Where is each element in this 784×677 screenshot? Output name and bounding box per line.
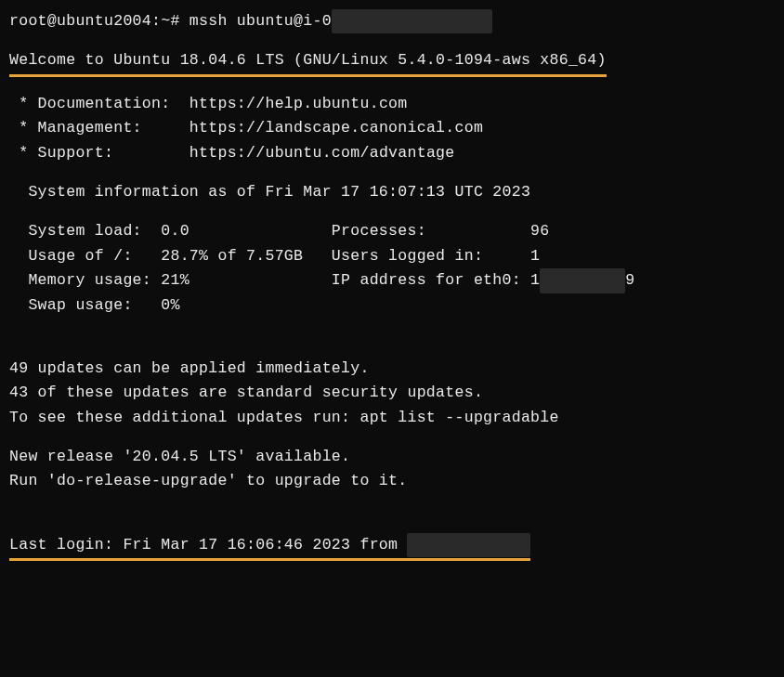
release-line-1: New release '20.04.5 LTS' available. xyxy=(9,445,775,469)
support-url: https://ubuntu.com/advantage xyxy=(189,144,455,162)
release-line-2: Run 'do-release-upgrade' to upgrade to i… xyxy=(9,469,775,493)
welcome-line: Welcome to Ubuntu 18.04.6 LTS (GNU/Linux… xyxy=(9,48,775,76)
support-link-line: * Support: https://ubuntu.com/advantage xyxy=(9,141,775,165)
command-text: mssh ubuntu@i-0 xyxy=(189,12,332,30)
mgmt-url: https://landscape.canonical.com xyxy=(189,119,483,137)
updates-line-2: 43 of these updates are standard securit… xyxy=(9,381,775,405)
sysinfo-row-4: Swap usage: 0% xyxy=(9,293,775,318)
instance-id-redacted xyxy=(332,9,492,33)
welcome-text: Welcome to Ubuntu 18.04.6 LTS (GNU/Linux… xyxy=(9,48,607,76)
last-login-text: Last login: Fri Mar 17 16:06:46 2023 fro… xyxy=(9,536,407,553)
mgmt-link-line: * Management: https://landscape.canonica… xyxy=(9,116,775,140)
prompt-path: ~ xyxy=(161,12,170,30)
last-login-ip-redacted xyxy=(407,533,530,557)
doc-url: https://help.ubuntu.com xyxy=(189,95,408,112)
updates-line-3: To see these additional updates run: apt… xyxy=(9,406,775,430)
doc-link-line: * Documentation: https://help.ubuntu.com xyxy=(9,92,775,116)
sysinfo-row-3: Memory usage: 21% IP address for eth0: 1… xyxy=(9,268,775,293)
shell-prompt-line[interactable]: root@ubuntu2004:~# mssh ubuntu@i-0 xyxy=(9,9,775,33)
prompt-user-host: root@ubuntu2004 xyxy=(9,12,151,30)
updates-line-1: 49 updates can be applied immediately. xyxy=(9,357,775,381)
ip-redacted xyxy=(540,268,625,293)
sysinfo-row-2: Usage of /: 28.7% of 7.57GB Users logged… xyxy=(9,244,775,268)
sysinfo-header: System information as of Fri Mar 17 16:0… xyxy=(9,180,775,204)
prompt-symbol: # xyxy=(170,12,179,30)
sysinfo-row-1: System load: 0.0 Processes: 96 xyxy=(9,219,775,243)
last-login-line: Last login: Fri Mar 17 16:06:46 2023 fro… xyxy=(9,533,775,561)
